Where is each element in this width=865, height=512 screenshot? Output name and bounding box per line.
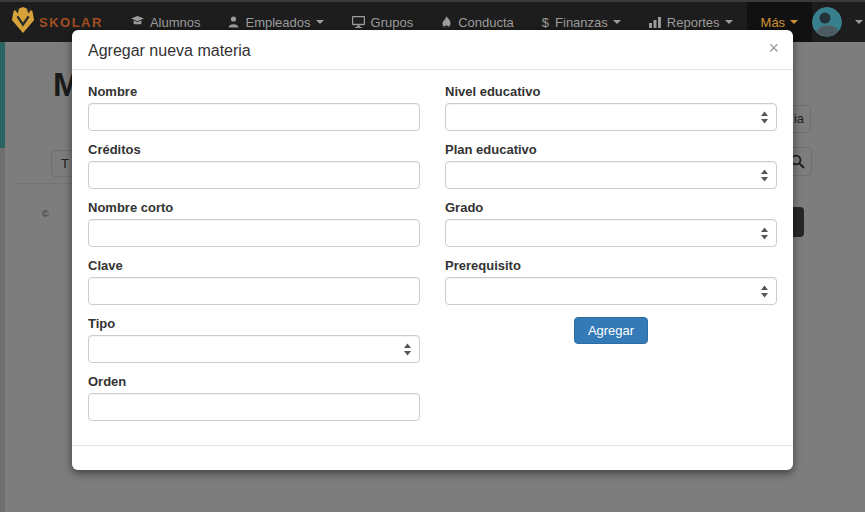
brand-name: SKOLAR bbox=[39, 15, 103, 30]
orden-label: Orden bbox=[88, 375, 420, 389]
prerequisito-label: Prerequisito bbox=[445, 259, 777, 273]
owl-shield-icon bbox=[10, 6, 36, 38]
clave-label: Clave bbox=[88, 259, 420, 273]
caret-down-icon bbox=[790, 20, 798, 24]
fire-icon bbox=[441, 16, 452, 29]
submit-row: Agregar bbox=[445, 317, 777, 344]
display-icon bbox=[352, 16, 365, 28]
form-column-right: Nivel educativo Plan educativo Grado bbox=[445, 85, 777, 430]
form-group-nombre: Nombre bbox=[88, 85, 420, 131]
caret-down-icon bbox=[316, 20, 324, 24]
nombre-input[interactable] bbox=[88, 103, 420, 131]
tipo-label: Tipo bbox=[88, 317, 420, 331]
modal-header: Agregar nueva materia × bbox=[72, 30, 793, 70]
nivel-educativo-select[interactable] bbox=[445, 103, 777, 131]
nav-label: Finanzas bbox=[555, 15, 608, 30]
nivel-educativo-label: Nivel educativo bbox=[445, 85, 777, 99]
form-group-clave: Clave bbox=[88, 259, 420, 305]
modal-footer bbox=[72, 445, 793, 470]
caret-down-icon bbox=[725, 20, 733, 24]
agregar-button[interactable]: Agregar bbox=[574, 317, 648, 344]
bar-chart-icon bbox=[649, 16, 661, 28]
plan-educativo-select[interactable] bbox=[445, 161, 777, 189]
nav-label: Más bbox=[761, 15, 786, 30]
divider bbox=[15, 183, 75, 184]
teal-edge-strip bbox=[0, 42, 5, 148]
form-group-nivel-educativo: Nivel educativo bbox=[445, 85, 777, 131]
nav-label: Grupos bbox=[371, 15, 414, 30]
nombre-corto-label: Nombre corto bbox=[88, 201, 420, 215]
form-group-tipo: Tipo bbox=[88, 317, 420, 363]
stepper-icon bbox=[760, 169, 769, 182]
form-group-nombre-corto: Nombre corto bbox=[88, 201, 420, 247]
add-materia-modal: Agregar nueva materia × Nombre Créditos … bbox=[72, 30, 793, 470]
user-icon bbox=[228, 16, 239, 28]
page-left-edge bbox=[0, 148, 5, 512]
caret-down-icon bbox=[613, 20, 621, 24]
form-column-left: Nombre Créditos Nombre corto Clave Tipo bbox=[88, 85, 420, 430]
dollar-icon: $ bbox=[542, 15, 549, 30]
nav-label: Conducta bbox=[458, 15, 514, 30]
clave-input[interactable] bbox=[88, 277, 420, 305]
form-group-grado: Grado bbox=[445, 201, 777, 247]
nombre-corto-input[interactable] bbox=[88, 219, 420, 247]
form-group-creditos: Créditos bbox=[88, 143, 420, 189]
user-menu[interactable] bbox=[812, 7, 863, 37]
orden-input[interactable] bbox=[88, 393, 420, 421]
nav-label: Reportes bbox=[667, 15, 720, 30]
creditos-label: Créditos bbox=[88, 143, 420, 157]
footer-text-clipped: © bbox=[42, 209, 49, 219]
grado-label: Grado bbox=[445, 201, 777, 215]
stepper-icon bbox=[760, 227, 769, 240]
form-group-plan-educativo: Plan educativo bbox=[445, 143, 777, 189]
modal-title: Agregar nueva materia bbox=[88, 42, 777, 60]
stepper-icon bbox=[403, 343, 412, 356]
grado-select[interactable] bbox=[445, 219, 777, 247]
modal-body: Nombre Créditos Nombre corto Clave Tipo bbox=[72, 70, 793, 445]
stepper-icon bbox=[760, 285, 769, 298]
nav-label: Empleados bbox=[245, 15, 310, 30]
creditos-input[interactable] bbox=[88, 161, 420, 189]
stepper-icon bbox=[760, 111, 769, 124]
prerequisito-select[interactable] bbox=[445, 277, 777, 305]
form-group-prerequisito: Prerequisito bbox=[445, 259, 777, 305]
nav-label: Alumnos bbox=[150, 15, 201, 30]
close-icon[interactable]: × bbox=[768, 39, 779, 57]
nombre-label: Nombre bbox=[88, 85, 420, 99]
form-group-orden: Orden bbox=[88, 375, 420, 421]
plan-educativo-label: Plan educativo bbox=[445, 143, 777, 157]
avatar bbox=[812, 7, 842, 37]
tipo-select[interactable] bbox=[88, 335, 420, 363]
graduation-cap-icon bbox=[131, 16, 144, 28]
caret-down-icon bbox=[855, 20, 863, 24]
